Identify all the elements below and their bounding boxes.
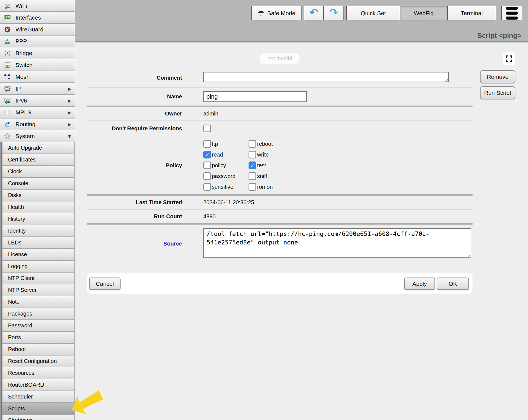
sidebar-item-scripts[interactable]: Scripts (2, 403, 74, 414)
last-time-started-value: 2024-06-11 20:36:25 (203, 199, 254, 206)
policy-checkbox-password[interactable]: ✓ (203, 172, 211, 180)
name-row: Name (87, 87, 473, 106)
sidebar-item-resources[interactable]: Resources (2, 367, 74, 379)
sidebar-item-label: IPv6 (15, 97, 27, 104)
name-field[interactable] (203, 91, 307, 102)
dont-require-permissions-row: Don't Require Permissions ✓ (87, 120, 473, 136)
name-label: Name (87, 93, 182, 100)
sidebar-item-scheduler[interactable]: Scheduler (2, 391, 74, 402)
sidebar-item-certificates[interactable]: Certificates (2, 154, 74, 165)
policy-item-romon[interactable]: ✓romon (249, 183, 273, 191)
run-script-button[interactable]: Run Script (480, 86, 515, 99)
mesh-icon (3, 73, 12, 81)
sidebar-item-ipv6[interactable]: v6 IPv6 ▶ (0, 95, 75, 106)
sidebar-item-license[interactable]: License (2, 249, 74, 260)
sidebar-item-routerboard[interactable]: RouterBOARD (2, 379, 74, 391)
policy-item-read[interactable]: ✓read (203, 151, 249, 158)
comment-label: Comment (87, 75, 182, 81)
policy-checkbox-sensitive[interactable]: ✓ (203, 183, 211, 191)
sidebar-item-password[interactable]: Password (2, 320, 74, 331)
sidebar-item-interfaces[interactable]: Interfaces (0, 12, 75, 23)
tab-terminal[interactable]: Terminal (448, 6, 496, 20)
sidebar-item-wifi[interactable]: WiFi (0, 0, 75, 11)
sidebar-item-identity[interactable]: Identity (2, 225, 74, 236)
sidebar-item-shutdown[interactable]: Shutdown (2, 415, 74, 420)
policy-item-ftp[interactable]: ✓ftp (203, 140, 249, 148)
sidebar-item-packages[interactable]: Packages (2, 308, 74, 319)
sidebar-item-label: PPP (15, 38, 27, 45)
sidebar-item-mpls[interactable]: MPLS ▶ (0, 107, 75, 118)
policy-checkbox-sniff[interactable]: ✓ (249, 172, 256, 180)
source-field[interactable]: /tool fetch url="https://hc-ping.com/620… (203, 228, 471, 258)
safe-mode-button[interactable]: ☂ Safe Mode (251, 6, 302, 20)
ip-icon: 255 (3, 85, 12, 93)
policy-checkbox-ftp[interactable]: ✓ (203, 140, 211, 148)
policy-checkbox-read[interactable]: ✓ (203, 151, 211, 158)
switch-icon (3, 61, 12, 69)
undo-button[interactable]: ↶ (304, 6, 324, 20)
policy-item-password[interactable]: ✓password (203, 172, 249, 180)
sidebar-item-label: IP (15, 85, 21, 92)
dont-require-permissions-checkbox[interactable]: ✓ (203, 125, 211, 132)
policy-item-policy[interactable]: ✓policy (203, 161, 249, 169)
sidebar-item-console[interactable]: Console (2, 178, 74, 189)
sidebar-item-note[interactable]: Note (2, 296, 74, 308)
comment-field[interactable] (203, 72, 449, 82)
sidebar-item-label: Mesh (15, 74, 30, 80)
fullscreen-button[interactable] (503, 52, 515, 65)
sidebar-item-ports[interactable]: Ports (2, 332, 74, 343)
policy-checkbox-policy[interactable]: ✓ (203, 161, 211, 169)
ok-button[interactable]: OK (437, 278, 469, 290)
policy-checkbox-romon[interactable]: ✓ (249, 183, 256, 191)
cancel-button[interactable]: Cancel (89, 278, 121, 290)
remove-button[interactable]: Remove (480, 70, 515, 83)
sidebar-item-logging[interactable]: Logging (2, 261, 74, 272)
tab-webfig[interactable]: WebFig (400, 6, 448, 20)
sidebar-item-disks[interactable]: Disks (2, 190, 74, 201)
hamburger-menu-button[interactable] (501, 6, 522, 20)
chevron-right-icon: ▶ (68, 122, 71, 127)
last-time-started-label: Last Time Started (87, 199, 182, 206)
apply-button[interactable]: Apply (404, 278, 435, 290)
sidebar-item-reboot[interactable]: Reboot (2, 344, 74, 355)
policy-item-reboot[interactable]: ✓reboot (249, 140, 273, 148)
sidebar-item-clock[interactable]: Clock (2, 166, 74, 177)
form-button-bar: Cancel Apply OK (87, 273, 473, 294)
run-count-row: Run Count 4890 (87, 209, 473, 223)
sidebar-item-label: Switch (15, 62, 33, 68)
policy-checkbox-test[interactable]: ✓ (249, 161, 256, 169)
policy-item-write[interactable]: ✓write (249, 151, 273, 158)
sidebar-item-ip[interactable]: 255 IP ▶ (0, 83, 75, 94)
sidebar-item-ntp-server[interactable]: NTP Server (2, 284, 74, 296)
redo-icon: ↷ (329, 7, 338, 18)
run-count-label: Run Count (87, 213, 182, 220)
sidebar-item-ntp-client[interactable]: NTP Client (2, 273, 74, 284)
sidebar-item-routing[interactable]: Routing ▶ (0, 119, 75, 130)
sidebar-item-system[interactable]: System ▼ (0, 130, 75, 142)
redo-button[interactable]: ↷ (324, 6, 344, 20)
sidebar-item-ppp[interactable]: PPP (0, 36, 75, 47)
policy-checkbox-reboot[interactable]: ✓ (249, 140, 256, 148)
sidebar-item-reset-configuration[interactable]: Reset Configuration (2, 356, 74, 367)
webfig-screen: WiFi Interfaces WireGuard PPP Bridge Swi… (0, 0, 528, 420)
sidebar-item-switch[interactable]: Switch (0, 59, 75, 71)
page-title: Script <ping> (477, 32, 521, 40)
sidebar-item-label: Routing (15, 121, 35, 128)
sidebar-item-auto-upgrade[interactable]: Auto Upgrade (2, 142, 74, 154)
chevron-down-icon: ▼ (68, 133, 71, 139)
sidebar-item-label: WireGuard (15, 26, 44, 33)
policy-item-sniff[interactable]: ✓sniff (249, 172, 273, 180)
policy-item-sensitive[interactable]: ✓sensitive (203, 183, 249, 191)
sidebar-item-health[interactable]: Health (2, 201, 74, 213)
policy-item-test[interactable]: ✓test (249, 161, 273, 169)
sidebar-item-bridge[interactable]: Bridge (0, 47, 75, 59)
sidebar-item-mesh[interactable]: Mesh (0, 71, 75, 82)
policy-checkbox-write[interactable]: ✓ (249, 151, 256, 158)
sidebar-item-wireguard[interactable]: WireGuard (0, 24, 75, 35)
source-label[interactable]: Source (87, 241, 182, 247)
tab-quick-set[interactable]: Quick Set (346, 6, 400, 20)
script-form: not invalid Comment Name Owner admi (87, 53, 473, 294)
sidebar-item-label: WiFi (15, 2, 27, 9)
sidebar-item-history[interactable]: History (2, 213, 74, 225)
sidebar-item-leds[interactable]: LEDs (2, 237, 74, 248)
